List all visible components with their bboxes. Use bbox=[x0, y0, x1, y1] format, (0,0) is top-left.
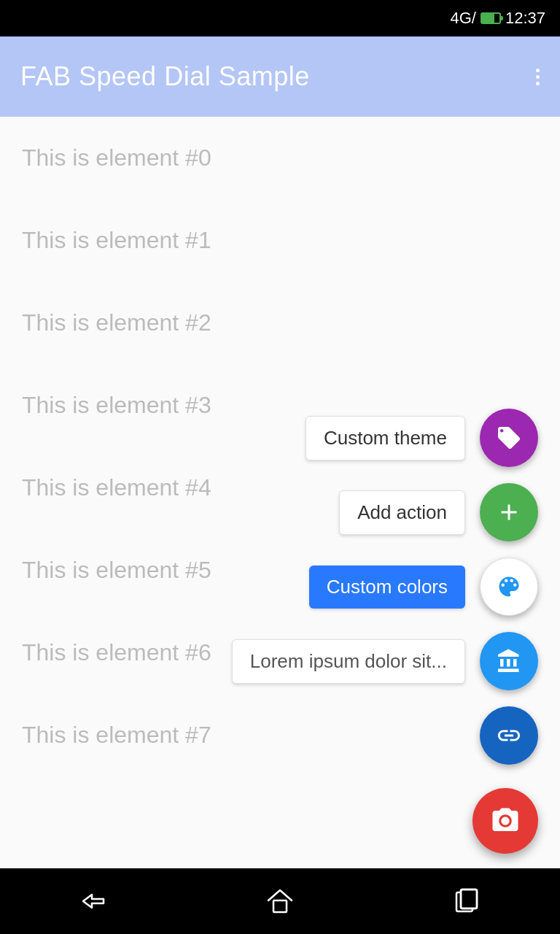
recents-button[interactable] bbox=[445, 887, 489, 916]
content-area: This is element #0 This is element #1 Th… bbox=[0, 117, 560, 868]
custom-theme-button[interactable] bbox=[480, 409, 538, 467]
back-button[interactable] bbox=[71, 887, 115, 916]
add-action-label[interactable]: Add action bbox=[339, 490, 465, 535]
fab-item-custom-colors: Custom colors bbox=[309, 557, 538, 616]
status-icons: 4G/ 12:37 bbox=[450, 9, 545, 28]
custom-colors-label[interactable]: Custom colors bbox=[309, 566, 465, 609]
link-icon bbox=[496, 722, 522, 749]
bank-icon bbox=[496, 648, 522, 674]
custom-theme-label[interactable]: Custom theme bbox=[306, 416, 465, 460]
plus-icon bbox=[496, 499, 522, 525]
svg-rect-0 bbox=[273, 900, 287, 912]
lorem-button[interactable] bbox=[480, 632, 538, 690]
fab-item-lorem: Lorem ipsum dolor sit... bbox=[232, 632, 538, 690]
link-button[interactable] bbox=[480, 706, 538, 765]
tag-icon bbox=[496, 425, 522, 451]
list-item: This is element #0 bbox=[0, 117, 560, 199]
bottom-nav bbox=[0, 868, 560, 934]
more-options-button[interactable] bbox=[536, 69, 540, 85]
camera-icon bbox=[490, 806, 521, 836]
clock: 12:37 bbox=[505, 9, 545, 28]
recents-icon bbox=[452, 888, 481, 914]
list-item: This is element #2 bbox=[0, 282, 560, 364]
fab-speed-dial: Custom theme Add action Custom colors bbox=[232, 409, 538, 854]
app-bar: FAB Speed Dial Sample bbox=[0, 36, 560, 117]
add-action-button[interactable] bbox=[480, 483, 538, 541]
home-icon bbox=[265, 887, 295, 915]
app-title: FAB Speed Dial Sample bbox=[20, 61, 310, 92]
signal-indicator: 4G/ bbox=[450, 9, 475, 28]
lorem-label[interactable]: Lorem ipsum dolor sit... bbox=[232, 639, 465, 684]
fab-item-add-action: Add action bbox=[339, 483, 538, 541]
custom-colors-button[interactable] bbox=[480, 557, 538, 616]
palette-icon bbox=[496, 574, 522, 600]
fab-item-custom-theme: Custom theme bbox=[306, 409, 538, 467]
list-item: This is element #1 bbox=[0, 199, 560, 282]
status-bar: 4G/ 12:37 bbox=[0, 0, 560, 36]
fab-item-link bbox=[480, 706, 538, 765]
back-icon bbox=[77, 890, 109, 912]
main-fab-button[interactable] bbox=[472, 788, 538, 854]
battery-icon bbox=[481, 12, 501, 24]
svg-rect-2 bbox=[461, 889, 477, 908]
home-button[interactable] bbox=[258, 887, 302, 916]
